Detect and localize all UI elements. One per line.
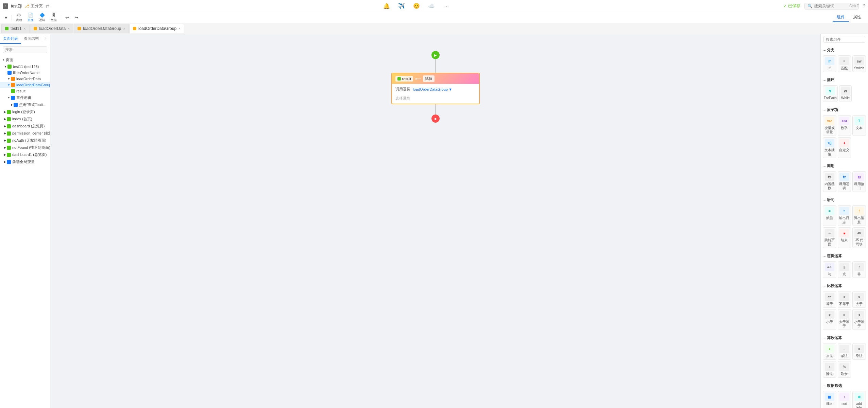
tree-icon-eventlogic [11, 96, 15, 100]
section-branch-header: 分支 [821, 46, 868, 54]
item-gt[interactable]: > 大于 [852, 291, 866, 308]
item-data1[interactable]: ▦ filter [823, 391, 836, 408]
item-mod[interactable]: % 取余 [838, 361, 851, 378]
item-while[interactable]: W While [839, 85, 852, 102]
tree-item-dashboard1[interactable]: ▶ dashboard1 (总览页) [0, 151, 50, 158]
item-end[interactable]: ■ 结束 [838, 227, 851, 248]
item-lte[interactable]: ≤ 小于等于 [852, 309, 866, 330]
tab-close-loadorderdatagroup-2[interactable]: × [178, 27, 181, 31]
tree-item-btnclick[interactable]: ▶ 点击"查询"button1-click [0, 101, 50, 108]
tree-item-noauth[interactable]: ▶ noAuth (无权限页面) [0, 137, 50, 144]
process-nav-button[interactable]: ⚙ 流程 [14, 12, 24, 23]
item-text[interactable]: T 文本 [852, 115, 866, 136]
tree-icon-loadorderdatagroup [11, 83, 15, 87]
tab-close-test11[interactable]: × [24, 27, 26, 31]
item-var[interactable]: var 变量或常量 [823, 115, 836, 136]
item-callapi[interactable]: ⊡ 调用接口 [852, 171, 866, 192]
search-input[interactable] [814, 4, 848, 8]
item-div[interactable]: ÷ 除法 [823, 361, 836, 378]
tab-loadorderdatagroup-1[interactable]: loadOrderDataGroup × [74, 24, 129, 33]
flow-header-assign[interactable]: 赋值 [423, 75, 435, 82]
item-gte[interactable]: ≥ 大于等于 [838, 309, 851, 330]
item-assign[interactable]: = 赋值 [823, 205, 836, 226]
item-lt[interactable]: < 小于 [823, 309, 836, 330]
item-if[interactable]: If If [823, 55, 836, 72]
tree-item-dashboard[interactable]: ▶ dashboard (总览页) [0, 123, 50, 130]
item-foreach[interactable]: ∀ ForEach [823, 85, 838, 102]
send-icon[interactable]: ✈️ [397, 1, 406, 11]
item-or[interactable]: || 或 [838, 261, 851, 278]
global-search[interactable]: 🔍 Ctrl+F [804, 3, 859, 10]
tree-item-loadorderdatagroup[interactable]: ▼ loadOrderDataGroup [0, 82, 50, 88]
tree-item-result[interactable]: result [0, 88, 50, 94]
tree-item-loadorderdata[interactable]: ▼ loadOrderData [0, 76, 50, 82]
flow-end-node[interactable]: ■ [431, 114, 440, 123]
item-custom[interactable]: ✦ 自定义 [838, 137, 851, 158]
item-not[interactable]: ! 非 [852, 261, 866, 278]
item-mul[interactable]: × 乘法 [852, 343, 866, 360]
emoji-icon[interactable]: 😊 [412, 1, 421, 11]
item-switch[interactable]: sw Switch [852, 55, 866, 72]
item-num[interactable]: 123 数字 [838, 115, 851, 136]
flow-select-attr[interactable]: 选择属性 [395, 96, 410, 100]
item-eq[interactable]: == 等于 [823, 291, 836, 308]
sidebar-tab-page-list[interactable]: 页面列表 [0, 34, 21, 44]
page-nav-button[interactable]: 📄 页面 [25, 12, 36, 23]
tree-icon-permissioncenter [7, 131, 11, 136]
tab-loadorderdatagroup-2[interactable]: loadOrderDataGroup × [129, 24, 184, 33]
comp-tab[interactable]: 组件 [833, 13, 849, 22]
item-printlog[interactable]: ≡ 输出日志 [838, 205, 851, 226]
item-fx[interactable]: fx 内置函数 [823, 171, 836, 192]
item-and[interactable]: && 与 [823, 261, 836, 278]
back-button[interactable]: ‹ [3, 3, 8, 9]
redo-button[interactable]: ↪ [72, 14, 80, 22]
item-neq[interactable]: ≠ 不等于 [838, 291, 851, 308]
tab-close-loadorderdata[interactable]: × [68, 27, 70, 31]
item-data3[interactable]: ⊕ add info [852, 391, 866, 408]
help-button[interactable]: ? [863, 4, 865, 8]
flow-line-1 [435, 59, 436, 73]
more-icon[interactable]: ··· [442, 1, 451, 11]
item-jscode[interactable]: JS JS 代码块 [852, 227, 866, 248]
pages-group-header[interactable]: ▼ 页面 [0, 56, 50, 64]
item-sub[interactable]: − 减法 [838, 343, 851, 360]
tree-item-test11[interactable]: ▼ test11 (test123) [0, 64, 50, 70]
tree-item-eventlogic[interactable]: ▼ 事件逻辑 [0, 94, 50, 101]
item-textval[interactable]: T{} 文本插值 [823, 137, 836, 158]
num-icon: 123 [839, 117, 849, 125]
tree-item-filterordername[interactable]: filterOrderName [0, 70, 50, 76]
right-panel-search-input[interactable] [823, 36, 865, 43]
data-nav-button[interactable]: 🗄 数据 [49, 12, 59, 23]
sidebar-search-input[interactable] [3, 46, 47, 53]
item-goto[interactable]: → 跳转页面 [823, 227, 836, 248]
logic-nav-button[interactable]: 🔷 逻辑 [37, 12, 47, 23]
item-add[interactable]: + 加法 [823, 343, 836, 360]
item-alert[interactable]: ! 弹出消息 [852, 205, 866, 226]
tab-loadorderdata[interactable]: loadOrderData × [30, 24, 74, 33]
sidebar-add-button[interactable]: + [42, 34, 50, 42]
flow-main-node[interactable]: result ⟵ 赋值 调用逻辑 loadOrderDataGroup ▼ [391, 73, 480, 104]
attr-tab[interactable]: 属性 [849, 13, 865, 22]
notification-icon[interactable]: 🔔 [382, 1, 391, 11]
undo-button[interactable]: ↩ [63, 14, 71, 22]
gt-label: 大于 [856, 302, 863, 306]
printlog-label: 输出日志 [839, 216, 850, 224]
canvas-area[interactable]: ▶ result ⟵ 赋值 [50, 34, 820, 408]
item-data2[interactable]: ↕ sort [838, 391, 851, 408]
tree-item-index[interactable]: ▶ index (首页) [0, 116, 50, 123]
tree-item-globalvar[interactable]: ▶ 前端全局变量 [0, 158, 50, 165]
flow-start-node[interactable]: ▶ [431, 51, 440, 59]
tree-item-permissioncenter[interactable]: ▶ permission_center (权限中心) [0, 130, 50, 137]
tree-item-notfound[interactable]: ▶ notFound (找不到页面) [0, 144, 50, 151]
section-call-grid: fx 内置函数 fx 调用逻辑 ⊡ 调用接口 [821, 170, 868, 193]
tree-item-login[interactable]: ▶ login (登录页) [0, 108, 50, 116]
tab-close-loadorderdatagroup-1[interactable]: × [123, 27, 125, 31]
flow-header-result[interactable]: result [395, 76, 413, 82]
tab-test11[interactable]: test11 × [1, 24, 30, 33]
item-match[interactable]: ≡ 匹配 [838, 55, 851, 72]
sidebar-toggle-button[interactable]: ≡ [3, 14, 10, 22]
sidebar-tab-page-struct[interactable]: 页面结构 [21, 34, 42, 44]
item-logiceditor[interactable]: fx 调用逻辑 [838, 171, 851, 192]
cloud-icon[interactable]: ☁️ [427, 1, 436, 11]
flow-logic-link[interactable]: loadOrderDataGroup ▼ [413, 87, 453, 91]
